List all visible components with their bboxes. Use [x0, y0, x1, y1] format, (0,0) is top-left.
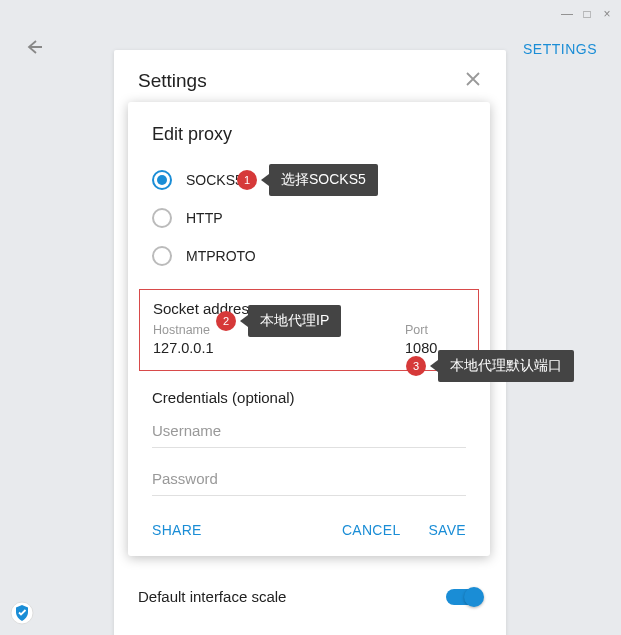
callout-arrow-icon [430, 360, 438, 372]
radio-label: SOCKS5 [186, 172, 243, 188]
close-button[interactable] [464, 70, 482, 92]
callout-text: 选择SOCKS5 [269, 164, 378, 196]
callout-2: 2 本地代理IP [216, 305, 341, 337]
password-input[interactable]: Password [152, 460, 466, 496]
settings-body: Default interface scale [114, 572, 506, 635]
radio-icon [152, 246, 172, 266]
window-close-button[interactable]: × [597, 4, 617, 24]
cancel-button[interactable]: CANCEL [342, 522, 401, 538]
radio-http[interactable]: HTTP [152, 199, 466, 237]
callout-badge: 2 [216, 311, 236, 331]
arrow-left-icon [24, 37, 44, 57]
maximize-button[interactable]: □ [577, 4, 597, 24]
radio-icon [152, 208, 172, 228]
callout-text: 本地代理默认端口 [438, 350, 574, 382]
radio-mtproto[interactable]: MTPROTO [152, 237, 466, 275]
callout-1: 1 选择SOCKS5 [237, 164, 378, 196]
radio-label: MTPROTO [186, 248, 256, 264]
dialog-title: Edit proxy [128, 102, 490, 161]
callout-arrow-icon [240, 315, 248, 327]
hostname-value: 127.0.0.1 [153, 340, 385, 356]
shield-icon [10, 601, 34, 625]
settings-link[interactable]: SETTINGS [523, 41, 597, 57]
close-icon [464, 70, 482, 88]
username-input[interactable]: Username [152, 412, 466, 448]
callout-text: 本地代理IP [248, 305, 341, 337]
credentials-section: Credentials (optional) Username Password [128, 371, 490, 496]
settings-title: Settings [138, 70, 207, 92]
credentials-title: Credentials (optional) [152, 389, 466, 406]
back-button[interactable] [24, 37, 44, 61]
radio-icon [152, 170, 172, 190]
interface-scale-toggle[interactable] [446, 589, 482, 605]
share-button[interactable]: SHARE [152, 522, 202, 538]
port-label: Port [405, 323, 465, 337]
radio-label: HTTP [186, 210, 223, 226]
minimize-button[interactable]: — [557, 4, 577, 24]
interface-scale-row: Default interface scale [138, 572, 482, 621]
dialog-actions: SHARE CANCEL SAVE [128, 508, 490, 556]
callout-badge: 3 [406, 356, 426, 376]
interface-scale-label: Default interface scale [138, 588, 286, 605]
callout-3: 3 本地代理默认端口 [406, 350, 574, 382]
callout-badge: 1 [237, 170, 257, 190]
callout-arrow-icon [261, 174, 269, 186]
save-button[interactable]: SAVE [428, 522, 466, 538]
window-controls: — □ × [557, 4, 617, 24]
